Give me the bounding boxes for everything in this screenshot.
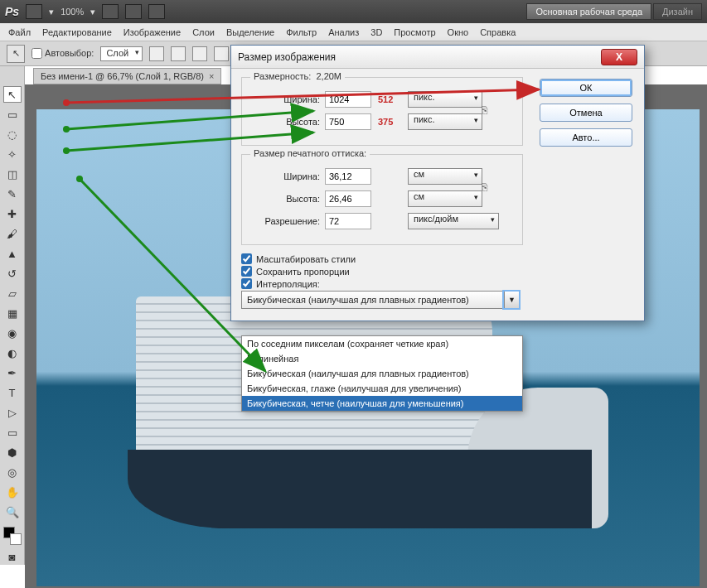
scale-styles-checkbox[interactable] bbox=[241, 253, 252, 264]
lasso-tool[interactable]: ◌ bbox=[3, 126, 22, 142]
align-icon[interactable] bbox=[192, 46, 207, 61]
align-icon[interactable] bbox=[149, 46, 164, 61]
annotation-height: 375 bbox=[378, 117, 403, 127]
menu-help[interactable]: Справка bbox=[480, 27, 516, 37]
dialog-titlebar[interactable]: Размер изображения X bbox=[231, 46, 644, 69]
interp-option-bicubic[interactable]: Бикубическая (наилучшая для плавных град… bbox=[242, 366, 522, 381]
eyedropper-tool[interactable]: ✎ bbox=[3, 186, 22, 202]
app-topbar: Ps ▾ 100% ▾ Основная рабочая среда Дизай… bbox=[0, 0, 707, 23]
close-tab-icon[interactable]: × bbox=[209, 71, 214, 81]
pen-tool[interactable]: ✒ bbox=[3, 364, 22, 381]
quickmask-icon[interactable]: ◙ bbox=[3, 548, 22, 565]
zoom-tool[interactable]: 🔍 bbox=[3, 504, 22, 520]
link-icon[interactable]: ⎘ bbox=[482, 104, 487, 116]
brush-tool[interactable]: 🖌 bbox=[3, 225, 22, 242]
resolution-label: Разрешение: bbox=[252, 216, 320, 226]
resolution-input[interactable] bbox=[325, 213, 371, 229]
path-tool[interactable]: ▷ bbox=[3, 404, 22, 421]
screen-icon[interactable] bbox=[148, 4, 165, 19]
annotation-width: 512 bbox=[378, 94, 403, 104]
print-width-input[interactable] bbox=[325, 168, 371, 185]
3d-camera-tool[interactable]: ◎ bbox=[3, 464, 22, 480]
workspace-main-button[interactable]: Основная рабочая среда bbox=[526, 3, 651, 20]
history-brush-tool[interactable]: ↺ bbox=[3, 265, 22, 282]
auto-select-target[interactable]: Слой bbox=[100, 46, 143, 61]
print-height-input[interactable] bbox=[325, 190, 371, 207]
auto-button[interactable]: Авто... bbox=[540, 128, 632, 147]
print-height-unit[interactable]: см bbox=[408, 190, 482, 207]
pixel-width-input[interactable] bbox=[325, 91, 371, 108]
chevron-down-icon[interactable]: ▼ bbox=[504, 292, 519, 308]
ok-button[interactable]: ОК bbox=[540, 79, 632, 97]
stamp-tool[interactable]: ▲ bbox=[3, 245, 22, 262]
pixel-height-input[interactable] bbox=[325, 113, 371, 130]
interpolation-checkbox[interactable] bbox=[241, 278, 252, 289]
zoom-level[interactable]: 100% bbox=[61, 7, 84, 17]
type-tool[interactable]: T bbox=[3, 384, 22, 401]
scale-styles-label: Масштабировать стили bbox=[256, 254, 356, 264]
resolution-unit[interactable]: пикс/дюйм bbox=[408, 213, 499, 229]
close-button[interactable]: X bbox=[601, 49, 637, 65]
print-size-group: Размер печатного оттиска: Ширина: см Выс… bbox=[241, 154, 523, 245]
move-tool-icon[interactable]: ↖ bbox=[7, 45, 25, 63]
heal-tool[interactable]: ✚ bbox=[3, 205, 22, 222]
interp-option-bicubic-smoother[interactable]: Бикубическая, глаже (наилучшая для увели… bbox=[242, 381, 522, 396]
image-size-dialog: Размер изображения X ОК Отмена Авто... Р… bbox=[230, 45, 645, 321]
width-label: Ширина: bbox=[252, 94, 320, 104]
align-icon[interactable] bbox=[214, 46, 229, 61]
chevron-down-icon[interactable]: ▾ bbox=[49, 7, 54, 17]
toolbox: ↖ ▭ ◌ ✧ ◫ ✎ ✚ 🖌 ▲ ↺ ▱ ▦ ◉ ◐ ✒ T ▷ ▭ ⬢ ◎ … bbox=[0, 66, 25, 565]
interpolation-label: Интерполяция: bbox=[256, 279, 320, 289]
pixel-dimensions-group: Размерность: 2,20M Ширина: 512 пикс. Выс… bbox=[241, 77, 523, 146]
view-icon[interactable] bbox=[125, 4, 142, 19]
menu-image[interactable]: Изображение bbox=[123, 27, 181, 37]
height-label: Высота: bbox=[252, 117, 320, 127]
dodge-tool[interactable]: ◐ bbox=[3, 345, 22, 361]
crop-tool[interactable]: ◫ bbox=[3, 166, 22, 182]
dimensions-value: 2,20M bbox=[316, 71, 341, 81]
auto-select-checkbox[interactable]: Автовыбор: bbox=[31, 48, 94, 60]
height-unit-select[interactable]: пикс. bbox=[408, 113, 482, 130]
menu-layers[interactable]: Слои bbox=[192, 27, 215, 37]
gradient-tool[interactable]: ▦ bbox=[3, 305, 22, 321]
menu-view[interactable]: Просмотр bbox=[394, 27, 435, 37]
interpolation-select[interactable]: Бикубическая (наилучшая для плавных град… bbox=[241, 291, 520, 309]
dimensions-label: Размерность: bbox=[254, 71, 311, 81]
hand-icon[interactable] bbox=[102, 4, 119, 19]
menu-filter[interactable]: Фильтр bbox=[286, 27, 317, 37]
hand-tool[interactable]: ✋ bbox=[3, 484, 22, 500]
align-icon[interactable] bbox=[171, 46, 186, 61]
cancel-button[interactable]: Отмена bbox=[540, 104, 632, 122]
interpolation-dropdown: По соседним пикселам (сохраняет четкие к… bbox=[241, 335, 523, 412]
marquee-tool[interactable]: ▭ bbox=[3, 106, 22, 123]
color-swatches[interactable] bbox=[3, 527, 22, 545]
menu-analysis[interactable]: Анализ bbox=[328, 27, 359, 37]
move-tool[interactable]: ↖ bbox=[3, 86, 22, 103]
main-menu: Файл Редактирование Изображение Слои Выд… bbox=[0, 23, 707, 41]
document-tab[interactable]: Без имени-1 @ 66,7% (Слой 1, RGB/8) × bbox=[33, 68, 221, 84]
interp-option-bilinear[interactable]: Билинейная bbox=[242, 351, 522, 366]
interp-option-nearest[interactable]: По соседним пикселам (сохраняет четкие к… bbox=[242, 336, 522, 351]
link-icon[interactable]: ⎘ bbox=[482, 181, 487, 193]
menu-3d[interactable]: 3D bbox=[370, 27, 382, 37]
eraser-tool[interactable]: ▱ bbox=[3, 285, 22, 301]
keep-proportions-label: Сохранить пропорции bbox=[256, 267, 350, 277]
blur-tool[interactable]: ◉ bbox=[3, 325, 22, 341]
3d-tool[interactable]: ⬢ bbox=[3, 444, 22, 460]
keep-proportions-checkbox[interactable] bbox=[241, 266, 252, 277]
print-width-unit[interactable]: см bbox=[408, 168, 482, 185]
workspace-design-button[interactable]: Дизайн bbox=[653, 3, 702, 20]
width-unit-select[interactable]: пикс. bbox=[408, 91, 482, 108]
document-tab-title: Без имени-1 @ 66,7% (Слой 1, RGB/8) bbox=[41, 71, 204, 81]
shape-tool[interactable]: ▭ bbox=[3, 424, 22, 441]
interp-option-bicubic-sharper[interactable]: Бикубическая, четче (наилучшая для умень… bbox=[242, 396, 522, 411]
menu-file[interactable]: Файл bbox=[8, 27, 31, 37]
menu-window[interactable]: Окно bbox=[448, 27, 469, 37]
bridge-icon[interactable] bbox=[26, 4, 42, 19]
dialog-title: Размер изображения bbox=[238, 51, 336, 63]
menu-select[interactable]: Выделение bbox=[226, 27, 274, 37]
chevron-down-icon[interactable]: ▾ bbox=[90, 7, 95, 17]
print-size-legend: Размер печатного оттиска: bbox=[250, 148, 370, 158]
wand-tool[interactable]: ✧ bbox=[3, 146, 22, 162]
menu-edit[interactable]: Редактирование bbox=[42, 27, 112, 37]
